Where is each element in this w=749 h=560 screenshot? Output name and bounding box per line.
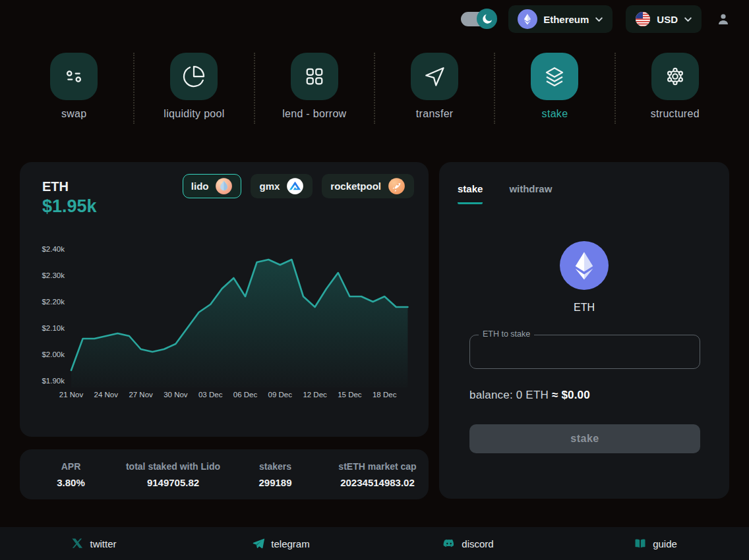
stats-bar: APR 3.80% total staked with Lido 9149705…	[20, 449, 429, 499]
provider-label: lido	[191, 181, 209, 192]
nav-label: stake	[542, 108, 568, 120]
theme-toggle-knob	[477, 9, 497, 29]
nav-label: transfer	[416, 108, 454, 120]
tab-withdraw[interactable]: withdraw	[509, 183, 552, 204]
book-icon	[634, 537, 647, 550]
stat-stakers: stakers 299189	[224, 461, 326, 488]
currency-selector[interactable]: USD	[626, 5, 702, 33]
svg-text:09 Dec: 09 Dec	[268, 391, 293, 399]
stake-asset-label: ETH	[439, 302, 729, 314]
svg-text:$2.40k: $2.40k	[42, 245, 65, 253]
footer-link-label: guide	[653, 538, 677, 549]
pie-chart-icon	[170, 53, 218, 100]
lido-icon	[215, 177, 233, 195]
svg-text:$1.90k: $1.90k	[42, 377, 65, 385]
stat-value: 299189	[258, 477, 291, 488]
stake-tabs: stake withdraw	[458, 183, 552, 204]
network-selector[interactable]: Ethereum	[508, 5, 613, 33]
eth-logo	[560, 241, 609, 290]
currency-label: USD	[657, 14, 678, 25]
footer-link-label: twitter	[90, 538, 116, 549]
header: Ethereum USD	[0, 0, 749, 38]
theme-toggle[interactable]	[461, 12, 491, 26]
person-icon	[715, 11, 731, 27]
molecule-icon	[651, 53, 699, 100]
nav-item-stake[interactable]: stake	[495, 53, 614, 124]
stat-apr: APR 3.80%	[20, 461, 122, 488]
nav-item-transfer[interactable]: transfer	[375, 53, 494, 124]
svg-text:$2.10k: $2.10k	[42, 324, 65, 332]
x-twitter-icon	[71, 537, 84, 550]
stat-value: 3.80%	[57, 477, 85, 488]
stat-value: 20234514983.02	[340, 477, 415, 488]
provider-lido-button[interactable]: lido	[183, 174, 242, 198]
balance-label: balance: 0 ETH	[469, 389, 549, 401]
layers-icon	[531, 53, 578, 100]
nav-item-swap[interactable]: swap	[15, 53, 133, 124]
footer-link-twitter[interactable]: twitter	[0, 537, 187, 550]
stat-label: stakers	[259, 461, 291, 472]
stat-label: stETH market cap	[338, 461, 416, 472]
provider-label: gmx	[259, 181, 280, 192]
discord-icon	[442, 537, 456, 550]
svg-text:$2.00k: $2.00k	[42, 350, 65, 358]
stat-market-cap: stETH market cap 20234514983.02	[326, 461, 429, 488]
svg-text:30 Nov: 30 Nov	[164, 391, 188, 399]
tab-stake[interactable]: stake	[458, 183, 483, 204]
balance-usd: ≈ $0.00	[552, 389, 590, 401]
nav-item-structured[interactable]: structured	[616, 53, 734, 124]
ethereum-icon	[518, 9, 537, 29]
rocketpool-icon	[388, 177, 405, 195]
svg-text:21 Nov: 21 Nov	[59, 391, 84, 399]
balance-text: balance: 0 ETH ≈ $0.00	[469, 389, 590, 402]
footer-link-discord[interactable]: discord	[374, 537, 562, 550]
svg-text:12 Dec: 12 Dec	[303, 391, 327, 399]
gmx-icon	[286, 177, 304, 195]
stake-amount-field: ETH to stake	[469, 335, 700, 369]
asset-title: ETH	[42, 179, 69, 194]
primary-nav: swap liquidity pool lend - borrow transf…	[15, 53, 734, 124]
stat-total-staked: total staked with Lido 9149705.82	[122, 461, 224, 488]
grid-icon	[291, 53, 338, 100]
provider-rocketpool-button[interactable]: rocketpool	[322, 174, 414, 198]
footer-link-guide[interactable]: guide	[562, 537, 749, 550]
stake-submit-button[interactable]: stake	[469, 424, 700, 453]
svg-text:27 Nov: 27 Nov	[129, 391, 153, 399]
svg-text:03 Dec: 03 Dec	[198, 391, 223, 399]
telegram-icon	[252, 537, 265, 550]
moon-icon	[481, 13, 494, 26]
stat-value: 9149705.82	[147, 477, 199, 488]
svg-text:24 Nov: 24 Nov	[94, 391, 119, 399]
swap-icon	[50, 53, 98, 100]
stat-label: total staked with Lido	[126, 461, 220, 472]
svg-text:$2.30k: $2.30k	[42, 271, 65, 279]
nav-label: swap	[61, 108, 87, 120]
svg-text:18 Dec: 18 Dec	[373, 391, 397, 399]
profile-icon[interactable]	[715, 11, 732, 28]
asset-price: $1.95k	[42, 196, 97, 217]
nav-item-lend-borrow[interactable]: lend - borrow	[255, 53, 374, 124]
stake-amount-label: ETH to stake	[479, 329, 534, 339]
provider-gmx-button[interactable]: gmx	[251, 174, 313, 198]
us-flag-icon	[635, 11, 651, 27]
svg-text:15 Dec: 15 Dec	[338, 391, 362, 399]
market-chart-card: ETH $1.95k lido gmx	[20, 162, 429, 437]
footer-link-telegram[interactable]: telegram	[187, 537, 374, 550]
provider-label: rocketpool	[330, 181, 381, 192]
footer-link-label: telegram	[271, 538, 309, 549]
footer-link-label: discord	[462, 538, 493, 549]
stat-label: APR	[61, 461, 81, 472]
provider-switcher: lido gmx rocketpool	[183, 174, 414, 198]
chevron-down-icon	[595, 15, 603, 24]
chevron-down-icon	[684, 15, 692, 24]
price-chart: $2.40k$2.30k$2.20k$2.10k$2.00k$1.90k21 N…	[20, 236, 429, 408]
nav-item-liquidity-pool[interactable]: liquidity pool	[135, 53, 253, 124]
svg-text:06 Dec: 06 Dec	[233, 391, 258, 399]
stake-amount-input[interactable]	[470, 335, 700, 368]
nav-label: structured	[651, 108, 700, 120]
stake-panel: stake withdraw ETH ETH to stake balance:…	[439, 162, 729, 499]
network-label: Ethereum	[543, 14, 589, 25]
svg-text:$2.20k: $2.20k	[42, 298, 65, 306]
footer: twitter telegram discord guide	[0, 527, 749, 560]
nav-label: liquidity pool	[164, 108, 224, 120]
